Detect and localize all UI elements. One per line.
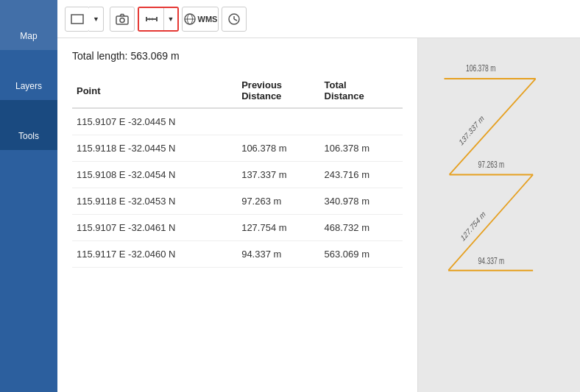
camera-button[interactable]	[110, 7, 135, 32]
label-137: 137.337 m	[458, 113, 485, 147]
col-prev-dist: Previous Distance	[237, 74, 319, 108]
label-94: 94.337 m	[478, 256, 504, 266]
table-row: 115.9118 E -32.0445 N106.378 m106.378 m	[72, 135, 403, 162]
cell-point: 115.9107 E -32.0445 N	[72, 108, 237, 135]
table-row: 115.9107 E -32.0461 N127.754 m468.732 m	[72, 215, 403, 241]
cell-total-distance: 563.069 m	[320, 241, 403, 268]
cell-prev-distance: 97.263 m	[237, 188, 319, 215]
sidebar-item-map[interactable]: Map	[0, 0, 57, 50]
table-header-row: Point Previous Distance Total Distance	[72, 74, 403, 108]
col-total-dist-line2: Distance	[325, 90, 364, 101]
cell-total-distance: 106.378 m	[320, 135, 403, 162]
col-total-dist: Total Distance	[320, 74, 403, 108]
col-point: Point	[72, 74, 237, 108]
cell-point: 115.9118 E -32.0445 N	[72, 135, 237, 162]
cell-point: 115.9118 E -32.0453 N	[72, 188, 237, 215]
col-total-dist-line1: Total	[325, 79, 347, 90]
svg-line-21	[234, 19, 237, 21]
sidebar-item-layers-label: Layers	[15, 81, 42, 91]
wms-label: WMS	[198, 15, 218, 24]
map-svg: 106.378 m 137.337 m 97.263 m 127.754 m 9…	[418, 38, 580, 392]
toolbar: ▼ ▼	[57, 0, 580, 38]
total-length: Total length: 563.069 m	[72, 50, 403, 62]
measure-button[interactable]	[139, 8, 164, 30]
table-row: 115.9108 E -32.0454 N137.337 m243.716 m	[72, 162, 403, 188]
cell-total-distance: 468.732 m	[320, 215, 403, 241]
table-row: 115.9117 E -32.0460 N94.337 m563.069 m	[72, 241, 403, 268]
main-content: ▼ ▼	[57, 0, 580, 392]
measurement-panel: Total length: 563.069 m Point Previous D…	[57, 38, 418, 392]
measure-chevron-icon: ▼	[168, 15, 174, 23]
measure-dropdown-arrow[interactable]: ▼	[164, 8, 177, 30]
cell-prev-distance: 127.754 m	[237, 215, 319, 241]
total-length-label: Total length:	[72, 50, 128, 62]
col-prev-dist-line1: Previous	[241, 79, 282, 90]
cell-prev-distance: 106.378 m	[237, 135, 319, 162]
table-row: 115.9118 E -32.0453 N97.263 m340.978 m	[72, 188, 403, 215]
sidebar-item-tools[interactable]: Tools	[0, 100, 57, 150]
col-prev-dist-line2: Distance	[241, 90, 281, 101]
sidebar-item-map-label: Map	[20, 31, 37, 41]
cell-total-distance: 243.716 m	[320, 162, 403, 188]
svg-rect-8	[71, 15, 83, 24]
label-106: 106.378 m	[466, 64, 495, 74]
wms-button[interactable]: WMS	[182, 7, 219, 32]
cell-point: 115.9107 E -32.0461 N	[72, 215, 237, 241]
cell-total-distance: 340.978 m	[320, 188, 403, 215]
rectangle-button[interactable]	[65, 7, 90, 32]
sidebar: Map Layers Tools	[0, 0, 57, 392]
cell-prev-distance: 137.337 m	[237, 162, 319, 188]
map-area[interactable]: 106.378 m 137.337 m 97.263 m 127.754 m 9…	[418, 38, 580, 392]
cell-point: 115.9108 E -32.0454 N	[72, 162, 237, 188]
label-127: 127.754 m	[460, 209, 487, 243]
label-97: 97.263 m	[478, 160, 504, 170]
cell-prev-distance	[237, 108, 319, 135]
sidebar-item-tools-label: Tools	[18, 131, 39, 141]
cell-prev-distance: 94.337 m	[237, 241, 319, 268]
total-length-value: 563.069 m	[130, 50, 179, 62]
measurements-table: Point Previous Distance Total Distance 1…	[72, 74, 403, 268]
table-row: 115.9107 E -32.0445 N	[72, 108, 403, 135]
cell-point: 115.9117 E -32.0460 N	[72, 241, 237, 268]
svg-rect-9	[116, 16, 128, 24]
dropdown-chevron-icon: ▼	[93, 15, 99, 23]
measure-dropdown: ▼	[138, 7, 179, 32]
dropdown-arrow-button[interactable]: ▼	[89, 7, 104, 32]
cell-total-distance	[320, 108, 403, 135]
clock-button[interactable]	[222, 7, 247, 32]
body-area: Total length: 563.069 m Point Previous D…	[57, 38, 580, 392]
svg-point-10	[120, 18, 124, 22]
sidebar-item-layers[interactable]: Layers	[0, 50, 57, 100]
